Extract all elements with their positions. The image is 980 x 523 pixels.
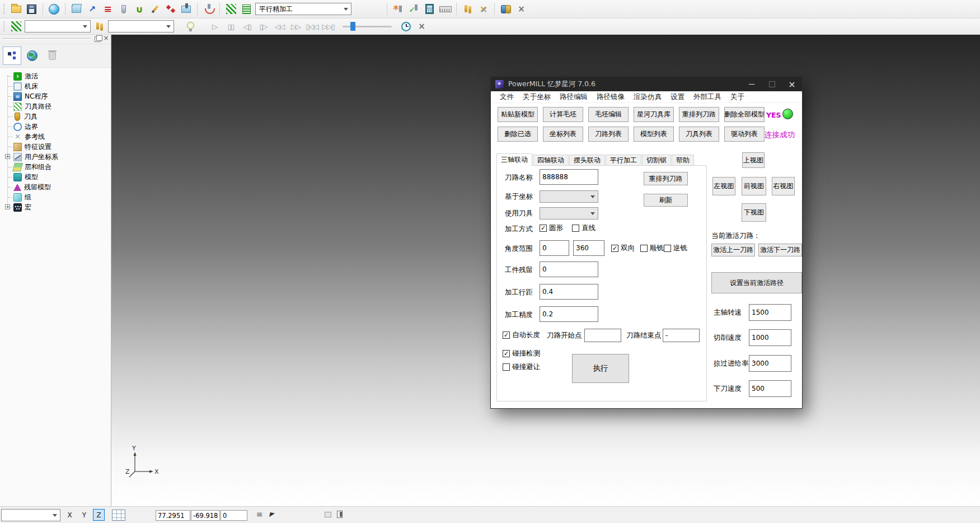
close-toolbar-icon[interactable]: [514, 2, 528, 16]
tool-on-block-icon[interactable]: [179, 2, 193, 16]
save-project-icon[interactable]: [25, 2, 39, 16]
coord-list-button[interactable]: 坐标列表: [543, 127, 583, 142]
dialog-title-bar[interactable]: PowerMILL 忆梦星河 7.0.6: [491, 77, 802, 91]
shaded-model-icon[interactable]: [47, 2, 61, 16]
tree-item-groups[interactable]: 组: [0, 192, 111, 202]
tree-item-toolpaths[interactable]: 刀具路径: [0, 101, 111, 111]
end-point-input[interactable]: [663, 329, 700, 342]
axis-x-button[interactable]: X: [64, 509, 76, 521]
tool-star-icon[interactable]: [391, 2, 405, 16]
collision-check-checkbox[interactable]: 碰撞检测: [503, 349, 540, 358]
refresh-button[interactable]: 刷新: [644, 194, 688, 207]
close-pane-icon[interactable]: [102, 35, 110, 42]
clock-icon[interactable]: [399, 20, 413, 34]
pause-icon[interactable]: [223, 20, 238, 32]
tool-pair-icon[interactable]: [461, 2, 475, 16]
list-icon[interactable]: [256, 510, 263, 519]
create-boundary-icon[interactable]: [132, 2, 146, 16]
create-pattern-icon[interactable]: [148, 2, 162, 16]
expand-icon[interactable]: [5, 154, 10, 159]
skim-feed-input[interactable]: [749, 355, 791, 372]
tree-item-boundaries[interactable]: 边界: [0, 122, 111, 132]
snap-icon[interactable]: [325, 512, 331, 517]
status-dropdown[interactable]: [1, 509, 60, 521]
tab-saw[interactable]: 切割锯: [642, 155, 671, 166]
active-toolpath-icon[interactable]: [224, 2, 238, 16]
view-left-button[interactable]: 左视图: [712, 177, 735, 195]
linear-checkbox[interactable]: 直线: [572, 223, 595, 233]
stock-allowance-input[interactable]: [540, 262, 598, 277]
transform-arrows-icon[interactable]: [476, 2, 490, 16]
tab-3axis[interactable]: 三轴联动: [496, 153, 532, 166]
maximize-icon[interactable]: [762, 77, 782, 91]
collision-avoid-checkbox[interactable]: 碰撞避让: [503, 362, 540, 372]
rearrange-button[interactable]: 重排列刀路: [644, 172, 688, 185]
coord-x-input[interactable]: [156, 510, 190, 521]
menu-settings[interactable]: 设置: [666, 92, 689, 102]
model-list-button[interactable]: 模型列表: [634, 127, 674, 142]
activate-prev-button[interactable]: 激活上一刀路: [711, 244, 755, 256]
tree-item-stock-models[interactable]: 残留模型: [0, 182, 111, 192]
speed-slider[interactable]: [343, 21, 392, 31]
expand-icon[interactable]: [5, 204, 10, 209]
tree-item-workplanes[interactable]: 用户坐标系: [0, 152, 111, 162]
coord-z-input[interactable]: [221, 510, 247, 521]
close-toolbar-icon[interactable]: [415, 20, 429, 34]
calculator-icon[interactable]: [423, 2, 437, 16]
menu-render-sim[interactable]: 渲染仿真: [629, 92, 666, 102]
tree-item-tools[interactable]: 刀具: [0, 111, 111, 122]
active-toolpath-icon[interactable]: [9, 20, 23, 34]
create-points-icon[interactable]: [163, 2, 177, 16]
slider-handle[interactable]: [350, 22, 355, 31]
delete-selected-button[interactable]: 删除已选: [498, 127, 538, 142]
tolerance-input[interactable]: [540, 306, 598, 322]
view-bottom-button[interactable]: 下视图: [742, 203, 766, 222]
angle-start-input[interactable]: [540, 240, 569, 256]
activate-next-button[interactable]: 激活下一刀路: [758, 244, 802, 256]
toolpath-dropdown[interactable]: [25, 20, 91, 32]
angle-end-input[interactable]: [573, 240, 604, 256]
tab-recycle-bin[interactable]: [43, 46, 62, 65]
paste-model-button[interactable]: 粘贴新模型: [498, 107, 538, 122]
menu-about[interactable]: 关于: [726, 92, 749, 102]
menu-external-tools[interactable]: 外部工具: [689, 92, 726, 102]
start-point-input[interactable]: [584, 329, 621, 342]
go-end-icon[interactable]: [321, 20, 335, 32]
base-coord-dropdown[interactable]: [540, 190, 598, 203]
cutting-feed-input[interactable]: [749, 329, 791, 346]
z-heights-icon[interactable]: [101, 2, 115, 16]
axis-y-button[interactable]: Y: [78, 509, 90, 521]
delete-all-models-button[interactable]: 删除全部模型: [724, 107, 765, 122]
lightbulb-icon[interactable]: [184, 20, 198, 34]
bidirectional-checkbox[interactable]: 双向: [611, 244, 635, 253]
execute-button[interactable]: 执行: [572, 354, 629, 383]
plunge-feed-input[interactable]: [749, 380, 791, 397]
create-tool-icon[interactable]: [116, 2, 130, 16]
climb-checkbox[interactable]: 顺铣: [640, 244, 664, 253]
tree-item-macros[interactable]: 宏: [0, 202, 111, 212]
tool-library-button[interactable]: 星河刀具库: [634, 107, 674, 122]
menu-path-edit[interactable]: 路径编辑: [555, 92, 592, 102]
model-compare-icon[interactable]: [499, 2, 513, 16]
edit-block-button[interactable]: 毛坯编辑: [588, 107, 629, 122]
grid-icon[interactable]: [112, 510, 125, 521]
tree-item-feature-sets[interactable]: 特征设置: [0, 142, 111, 152]
step-forward-icon[interactable]: [256, 20, 270, 32]
tab-4axis[interactable]: 四轴联动: [533, 155, 569, 166]
tool-list-button[interactable]: 刀具列表: [679, 127, 719, 142]
spindle-speed-input[interactable]: [749, 304, 791, 321]
toolpath-connections-icon[interactable]: [85, 2, 99, 16]
tree-item-machine[interactable]: 机床: [0, 81, 111, 91]
tab-help[interactable]: 帮助: [672, 155, 694, 166]
conventional-checkbox[interactable]: 逆铣: [664, 244, 687, 253]
tab-swivel[interactable]: 摆头联动: [569, 155, 605, 166]
set-active-path-button[interactable]: 设置当前激活路径: [711, 272, 802, 293]
float-pane-icon[interactable]: [95, 36, 101, 42]
play-icon[interactable]: [207, 20, 222, 32]
tab-explorer-tree[interactable]: [3, 46, 21, 65]
tab-web-browser[interactable]: [23, 46, 41, 65]
menu-file[interactable]: 文件: [495, 92, 518, 102]
fast-forward-icon[interactable]: [288, 20, 303, 32]
stepover-input[interactable]: [540, 284, 598, 300]
view-right-button[interactable]: 右视图: [772, 177, 795, 195]
